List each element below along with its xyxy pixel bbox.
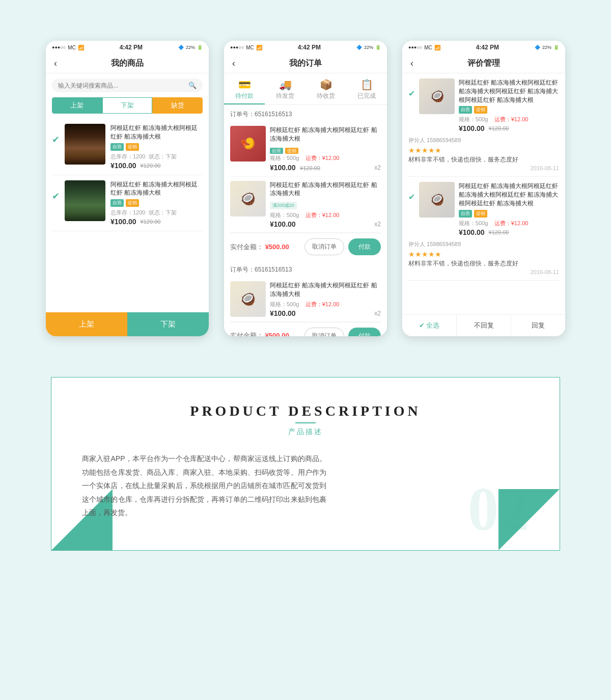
order-product-img-1-1: 🍤 — [230, 126, 266, 161]
order-actions-1: 取消订单 付款 — [304, 238, 381, 255]
tag-promo-1: 促销 — [126, 143, 139, 151]
review-price-1: ¥100.00 — [459, 124, 485, 132]
shelve-button[interactable]: 上架 — [46, 312, 127, 336]
order-1: 订单号：65161516513 🍤 阿根廷红虾 船冻海捕大根阿根廷红虾 船冻海捕… — [230, 105, 381, 260]
tab-completed[interactable]: 📋 已完成 — [346, 73, 387, 104]
check-icon-2: ✔ — [52, 191, 60, 202]
product-item-1[interactable]: ✔ 阿根廷红虾 船冻海捕大根阿根廷红虾 船冻海捕大根 自营 促销 总库存：120… — [52, 119, 203, 175]
battery-icon-3: 🔋 — [553, 45, 559, 50]
nav-bar-1: ‹ 我的商品 — [46, 54, 209, 73]
phone-review-mgmt: ●●●○○ MC 📶 4:42 PM 🔷 22% 🔋 ‹ 评价管理 — [402, 41, 565, 336]
order-shipping-1-1: 运费：¥12.00 — [306, 155, 340, 161]
order-item-info-1-1: 阿根廷红虾 船冻海捕大根阿根廷红虾 船冻海捕大根 自营 促销 规格：500g 运… — [270, 126, 381, 172]
tab-pending-ship-label: 待发货 — [276, 92, 294, 99]
tab-pending-ship[interactable]: 🚚 待发货 — [265, 73, 306, 104]
cancel-order-btn-2[interactable]: 取消订单 — [304, 328, 344, 336]
order-promo-tag-1-2: 满200减20 — [270, 202, 297, 209]
reply-button[interactable]: 回复 — [511, 315, 565, 336]
tab-out-stock[interactable]: 缺货 — [152, 97, 203, 114]
price-original-1: ¥120.00 — [141, 163, 161, 169]
desc-title-en: Product Description — [82, 403, 529, 419]
review-product-name-1: 阿根廷红虾 船冻海捕大根阿根廷红虾 船冻海捕大根阿根廷红虾 船冻海捕大根阿根廷红… — [459, 78, 559, 104]
cancel-order-btn-1[interactable]: 取消订单 — [304, 238, 344, 255]
pay-btn-2[interactable]: 付款 — [348, 328, 381, 336]
review-reviewer-2: 评分人 15986594589 — [408, 240, 559, 248]
review-product-row-1: ✔ 🥥 阿根廷红虾 船冻海捕大根阿根廷红虾 船冻海捕大根阿根廷红虾 船冻海捕大根… — [408, 78, 559, 132]
order-total-amount-2: ¥500.00 — [265, 332, 289, 336]
review-date-2: 2016-08-11 — [408, 269, 559, 275]
desc-title-cn: 产品描述 — [82, 427, 529, 437]
order-price-row-1-2: ¥100.00 x2 — [270, 220, 381, 228]
signal-dots-2: ●●●○○ — [230, 45, 244, 50]
select-all-label: 全选 — [426, 321, 439, 329]
tag-self-operated-2: 自营 — [110, 199, 124, 207]
order-qty-1-1: x2 — [374, 164, 381, 171]
order-price-row-1-1: ¥100.00 ¥120.00 x2 — [270, 163, 381, 172]
order-total-2: 实付金额： ¥500.00 — [230, 331, 289, 336]
carrier-1: MC — [68, 45, 76, 50]
tab-pending-receive[interactable]: 📦 待收货 — [306, 73, 346, 104]
time-3: 4:42 PM — [476, 44, 499, 51]
product-item-2[interactable]: ✔ 阿根廷红虾 船冻海捕大根阿根廷红虾 船冻海捕大根 自营 促销 总库存：120… — [52, 175, 203, 232]
review-product-row-2: ✔ 🥥 阿根廷红虾 船冻海捕大根阿根廷红虾 船冻海捕大根阿根廷红虾 船冻海捕大根… — [408, 182, 559, 236]
tab-pending-pay[interactable]: 💳 待付款 — [224, 73, 265, 104]
status-bar-2: ●●●○○ MC 📶 4:42 PM 🔷 22% 🔋 — [224, 41, 387, 54]
order-price-row-2-1: ¥100.00 x2 — [270, 309, 381, 317]
review-item-2: ✔ 🥥 阿根廷红虾 船冻海捕大根阿根廷红虾 船冻海捕大根阿根廷红虾 船冻海捕大根… — [408, 177, 559, 280]
order-footer-2: 实付金额： ¥500.00 取消订单 付款 — [230, 322, 381, 336]
order-qty-2-1: x2 — [374, 310, 381, 317]
search-input-1[interactable] — [58, 82, 188, 89]
wifi-icon-3: 📶 — [434, 45, 440, 50]
search-bar-1[interactable]: 🔍 — [52, 78, 203, 92]
order-qty-1-2: x2 — [374, 221, 381, 228]
tab-off-shelf[interactable]: 下架 — [102, 97, 153, 114]
product-list-1: ✔ 阿根廷红虾 船冻海捕大根阿根廷红虾 船冻海捕大根 自营 促销 总库存：120… — [46, 119, 209, 307]
order-price-1-1: ¥100.00 — [270, 164, 296, 172]
back-button-2[interactable]: ‹ — [232, 58, 235, 69]
no-reply-button[interactable]: 不回复 — [457, 315, 511, 336]
bottom-action-buttons: 上架 下架 — [46, 312, 209, 336]
order-total-1: 实付金额： ¥500.00 — [230, 243, 289, 252]
bluetooth-icon-2: 🔷 — [356, 45, 362, 50]
order-orig-1-1: ¥120.00 — [300, 165, 320, 171]
order-item-1-2: 🥥 阿根廷红虾 船冻海捕大根阿根廷红虾 船冻海捕大根 满200减20 规格：50… — [230, 177, 381, 233]
order-tag-self-1-1: 自营 — [270, 148, 283, 154]
bluetooth-icon-3: 🔷 — [535, 45, 540, 50]
tab-pending-receive-label: 待收货 — [317, 92, 335, 99]
pending-ship-icon: 🚚 — [267, 78, 303, 91]
nav-bar-3: ‹ 评价管理 — [402, 54, 565, 73]
review-reviewer-1: 评分人 15986594589 — [408, 137, 559, 144]
product-stock-1: 总库存：1200 状态：下架 — [110, 153, 203, 160]
review-stars-1: ★★★★★ — [408, 146, 559, 154]
wifi-icon-2: 📶 — [256, 45, 262, 50]
order-tags-1-2: 满200减20 — [270, 200, 381, 211]
order-footer-1: 实付金额： ¥500.00 取消订单 付款 — [230, 233, 381, 260]
order-item-info-1-2: 阿根廷红虾 船冻海捕大根阿根廷红虾 船冻海捕大根 满200减20 规格：500g… — [270, 181, 381, 229]
desc-content: 商家入驻APP，本平台作为一个仓库配送中心，帮商家运送线上订购的商品。功能包括仓… — [82, 452, 326, 520]
back-button-3[interactable]: ‹ — [410, 58, 413, 69]
review-product-img-1: 🥥 — [419, 78, 455, 114]
review-prices-2: ¥100.00 ¥120.00 — [459, 228, 559, 236]
page-title-2: 我的订单 — [232, 58, 379, 69]
review-product-info-2: 阿根廷红虾 船冻海捕大根阿根廷红虾 船冻海捕大根阿根廷红虾 船冻海捕大根阿根廷红… — [459, 182, 559, 236]
tab-on-shelf[interactable]: 上架 — [52, 97, 102, 114]
phones-section: ●●●○○ MC 📶 4:42 PM 🔷 22% 🔋 ‹ 我的商品 🔍 — [0, 0, 611, 367]
search-icon-1: 🔍 — [188, 82, 197, 89]
select-all-button[interactable]: ✔ 全选 — [402, 315, 457, 336]
battery-1: 22% — [186, 45, 195, 50]
order-list: 订单号：65161516513 🍤 阿根廷红虾 船冻海捕大根阿根廷红虾 船冻海捕… — [224, 105, 387, 336]
unshelve-button[interactable]: 下架 — [127, 312, 209, 336]
price-current-2: ¥100.00 — [110, 218, 136, 226]
price-original-2: ¥120.00 — [141, 219, 161, 225]
order-price-2-1: ¥100.00 — [270, 309, 296, 317]
battery-2: 22% — [364, 45, 373, 50]
review-spec-2: 规格：500g 运费：¥12.00 — [459, 220, 559, 227]
back-button-1[interactable]: ‹ — [54, 58, 57, 69]
tab-pending-pay-label: 待付款 — [235, 92, 254, 99]
pay-btn-1[interactable]: 付款 — [348, 238, 381, 255]
review-tag-self-2: 自营 — [459, 210, 472, 218]
product-image-1 — [65, 124, 105, 165]
product-image-2 — [65, 180, 105, 221]
bluetooth-icon: 🔷 — [178, 45, 184, 50]
review-price-2: ¥100.00 — [459, 228, 485, 236]
